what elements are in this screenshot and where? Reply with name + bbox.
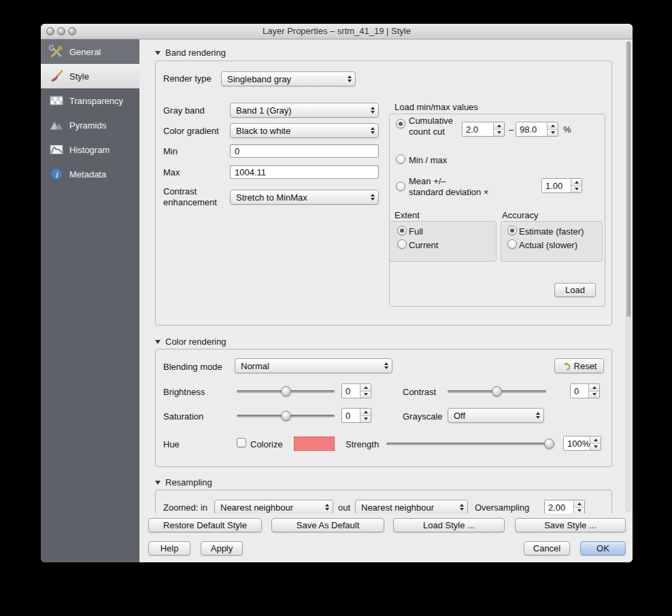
gray-band-select[interactable]: Band 1 (Gray): [230, 103, 379, 118]
dropdown-arrows-icon: [384, 362, 388, 369]
save-style-button[interactable]: Save Style ...: [515, 518, 626, 532]
min-max-radio-label: Min / max: [409, 155, 447, 165]
brightness-value: 0: [342, 384, 360, 398]
contrast-slider[interactable]: [448, 386, 546, 396]
accuracy-actual-radio[interactable]: [507, 239, 517, 249]
stepper-icons[interactable]: [360, 384, 371, 398]
band-rendering-header[interactable]: Band rendering: [155, 48, 226, 58]
zoomed-out-label: out: [338, 502, 350, 513]
window-title: Layer Properties – srtm_41_19 | Style: [41, 24, 633, 39]
cumulative-min-spinbox[interactable]: 2.0: [462, 122, 505, 137]
load-button[interactable]: Load: [554, 283, 596, 297]
zoomed-out-select[interactable]: Nearest neighbour: [355, 500, 468, 513]
sidebar-item-label: Pyramids: [69, 120, 106, 131]
color-rendering-header[interactable]: Color rendering: [155, 337, 226, 347]
button-label: Load Style ...: [423, 520, 475, 530]
zoomed-in-select[interactable]: Nearest neighbour: [214, 500, 333, 513]
saturation-slider[interactable]: [237, 411, 335, 421]
color-gradient-label: Color gradient: [163, 126, 219, 136]
dropdown-arrows-icon: [536, 412, 540, 419]
brightness-slider[interactable]: [237, 386, 335, 396]
cancel-button[interactable]: Cancel: [524, 541, 570, 555]
load-style-button[interactable]: Load Style ...: [393, 518, 505, 532]
apply-button[interactable]: Apply: [201, 541, 243, 555]
load-minmax-title: Load min/max values: [394, 102, 478, 112]
colorize-color-swatch[interactable]: [294, 437, 335, 451]
button-label: Help: [161, 543, 179, 553]
contrast-enhancement-select[interactable]: Stretch to MinMax: [230, 190, 379, 205]
min-value: 0: [235, 146, 239, 156]
saturation-spinbox[interactable]: 0: [341, 408, 371, 423]
render-type-select[interactable]: Singleband gray: [221, 71, 356, 86]
sidebar-item-metadata[interactable]: i Metadata: [41, 162, 139, 186]
help-button[interactable]: Help: [148, 541, 190, 555]
resampling-header[interactable]: Resampling: [155, 477, 212, 487]
titlebar: Layer Properties – srtm_41_19 | Style: [41, 24, 633, 39]
sidebar-item-transparency[interactable]: Transparency: [41, 88, 139, 113]
stepper-icons[interactable]: [588, 384, 599, 398]
button-label: Save As Default: [297, 520, 360, 530]
reset-button[interactable]: Reset: [554, 358, 604, 373]
min-input[interactable]: 0: [230, 144, 379, 158]
grayscale-label: Grayscale: [403, 411, 443, 422]
contrast-enhancement-label-line2: enhancement: [163, 197, 217, 207]
stepper-icons[interactable]: [547, 122, 558, 136]
accuracy-title: Accuracy: [502, 210, 538, 220]
stepper-icons[interactable]: [493, 122, 504, 136]
stepper-icons[interactable]: [571, 179, 582, 192]
oversampling-spinbox[interactable]: 2.00: [544, 500, 585, 513]
collapse-triangle-icon: [155, 340, 161, 344]
save-as-default-button[interactable]: Save As Default: [271, 518, 384, 532]
mean-stddev-spinbox[interactable]: 1.00: [541, 178, 582, 193]
dropdown-arrows-icon: [371, 194, 375, 201]
color-gradient-select[interactable]: Black to white: [230, 123, 379, 138]
restore-default-style-button[interactable]: Restore Default Style: [148, 518, 262, 532]
sidebar-item-style[interactable]: Style: [41, 64, 139, 88]
content-scroll-area: Band rendering Render type Singleband gr…: [139, 39, 633, 513]
zoomed-out-value: Nearest neighbour: [361, 502, 434, 513]
extent-current-radio[interactable]: [397, 239, 407, 249]
min-max-radio[interactable]: [396, 154, 405, 164]
strength-spinbox[interactable]: 100%: [563, 436, 601, 451]
sidebar-item-label: Histogram: [69, 145, 110, 155]
strength-slider[interactable]: [386, 439, 554, 449]
pyramids-icon: [49, 118, 64, 133]
max-input[interactable]: 1004.11: [230, 165, 379, 179]
button-label: OK: [597, 543, 609, 553]
cumulative-max-spinbox[interactable]: 98.0: [516, 122, 558, 137]
extent-full-radio[interactable]: [397, 226, 407, 235]
sidebar-item-general[interactable]: General: [41, 39, 139, 64]
stepper-icons[interactable]: [360, 409, 371, 422]
accuracy-estimate-radio[interactable]: [507, 226, 517, 235]
reset-button-label: Reset: [574, 361, 597, 371]
stepper-icons[interactable]: [590, 437, 601, 450]
brightness-spinbox[interactable]: 0: [341, 383, 371, 398]
contrast-value: 0: [571, 384, 588, 398]
cumulative-separator: –: [509, 124, 514, 135]
mean-label-line1: Mean +/–: [409, 176, 446, 186]
cumulative-percent-unit: %: [563, 124, 571, 135]
stepper-icons[interactable]: [573, 500, 584, 513]
sidebar-item-histogram[interactable]: Histogram: [41, 137, 139, 162]
sidebar-item-pyramids[interactable]: Pyramids: [41, 113, 139, 137]
contrast-enhancement-label-line1: Contrast: [163, 186, 197, 196]
scrollbar-thumb[interactable]: [626, 41, 631, 317]
footer: Restore Default Style Save As Default Lo…: [139, 513, 633, 562]
sidebar: General Style: [41, 39, 139, 562]
vertical-scrollbar[interactable]: [626, 41, 631, 512]
blending-mode-select[interactable]: Normal: [235, 358, 392, 373]
cumulative-count-cut-radio[interactable]: [396, 119, 405, 129]
button-label: Apply: [211, 543, 233, 553]
extent-current-label: Current: [409, 240, 438, 250]
min-label: Min: [163, 146, 178, 156]
mean-stddev-radio[interactable]: [396, 182, 405, 191]
gray-band-value: Band 1 (Gray): [236, 105, 292, 116]
grayscale-select[interactable]: Off: [448, 408, 544, 423]
layer-properties-window: Layer Properties – srtm_41_19 | Style Ge…: [41, 24, 633, 562]
ok-button[interactable]: OK: [580, 541, 626, 555]
colorize-checkbox[interactable]: [237, 438, 246, 447]
cumulative-label-line2: count cut: [409, 126, 445, 137]
strength-label: Strength: [346, 439, 379, 449]
oversampling-value: 2.00: [545, 500, 573, 513]
contrast-spinbox[interactable]: 0: [570, 383, 600, 398]
